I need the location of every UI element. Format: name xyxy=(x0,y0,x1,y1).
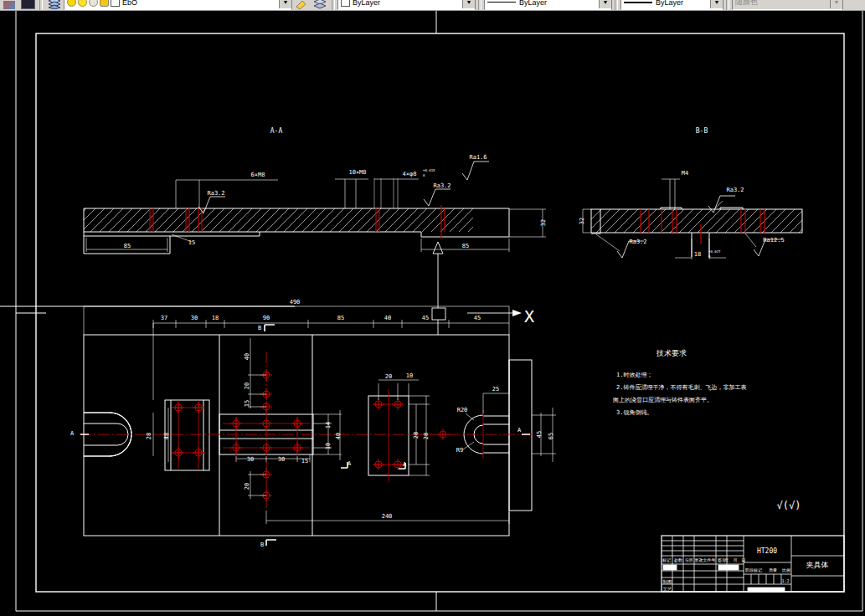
layer-properties-manager-icon[interactable] xyxy=(46,0,63,10)
titleblock-label: 更改文件号 xyxy=(695,557,716,562)
dimension-label: 18 xyxy=(212,315,219,321)
dimension-label: 85 xyxy=(462,243,469,249)
dimension-label: 20 xyxy=(244,483,250,490)
section-mark-a: A xyxy=(348,460,352,467)
tech-requirements-title: 技术要求 xyxy=(656,349,687,357)
dimension-label: 15 xyxy=(188,239,195,246)
layer-combo-arrow[interactable]: ▼ xyxy=(279,0,291,8)
dimension-label: 30 xyxy=(191,315,198,321)
plotstyle-value: 随颜色 xyxy=(735,0,758,8)
dimension-label: 65 xyxy=(548,433,554,439)
hole-cross xyxy=(230,418,242,429)
scale-value: 1:2 xyxy=(781,578,789,583)
layer-previous-icon[interactable] xyxy=(312,0,328,10)
dimension-label: 90 xyxy=(263,315,270,321)
datum-symbol xyxy=(433,242,443,335)
dimension-label: 37 xyxy=(161,315,167,321)
model-space-canvas[interactable]: A-A6×M8Ra3.2851510×M84×φ8+0.0150Ra1.6Ra3… xyxy=(0,11,865,616)
dimension-label: 20 xyxy=(244,382,250,389)
dimension-label: 32 xyxy=(579,218,585,224)
view-label-bb: B-B xyxy=(696,127,708,135)
color-combo-arrow[interactable]: ▼ xyxy=(462,0,475,8)
toolbar-icon-glyph xyxy=(3,1,15,9)
dimension-label: 14 xyxy=(325,422,332,429)
named-views-icon[interactable] xyxy=(19,0,36,10)
titleblock-label: 分区 xyxy=(685,557,693,562)
layers-icon xyxy=(48,0,61,9)
section-mark-a: A xyxy=(403,461,407,468)
make-objects-layer-current-icon[interactable] xyxy=(293,0,310,10)
lineweight-sample xyxy=(624,2,652,3)
linetype-sample xyxy=(487,2,516,3)
dimension-label: 28 xyxy=(413,432,420,439)
linetype-control-combo[interactable]: ByLayer ▼ xyxy=(484,0,612,10)
dimension-label: 10×M8 xyxy=(348,169,366,176)
lineweight-combo-arrow[interactable]: ▼ xyxy=(710,0,723,8)
hole-cross xyxy=(373,398,384,410)
layers-back-icon xyxy=(313,0,327,9)
toolbar-separator xyxy=(615,0,618,10)
titleblock-label: 制图 xyxy=(663,579,672,585)
layer-lock-icon xyxy=(89,0,98,7)
dimension-label: 490 xyxy=(290,299,301,305)
toolbar-separator xyxy=(332,0,335,10)
dimension-label: 6×M8 xyxy=(251,172,265,178)
print-preview-icon[interactable] xyxy=(1,0,18,10)
dimension-label: 15 xyxy=(301,458,308,465)
titleblock-label: 处数 xyxy=(674,557,682,563)
top-toolbar: EbO ▼ ByLayer ▼ ByLayer ▼ xyxy=(0,0,865,11)
dimension-label: 45 xyxy=(536,431,543,438)
sheet-border xyxy=(16,11,862,611)
section-mark-b: B xyxy=(260,542,264,548)
hole-cross xyxy=(437,429,449,440)
dimension-label: 28 xyxy=(146,433,152,439)
dimension-label: M4 xyxy=(682,170,688,177)
hole-cross xyxy=(260,442,272,454)
color-value: ByLayer xyxy=(353,0,380,7)
dimension-label: Ra3.2 xyxy=(207,190,224,197)
dimension-label: 18 xyxy=(694,251,701,258)
axis-label-x: X xyxy=(524,306,534,326)
layer-color-swatch xyxy=(111,0,120,7)
linetype-value: ByLayer xyxy=(519,0,547,7)
hole-cross xyxy=(193,447,204,459)
dimension-label: 25 xyxy=(492,386,499,393)
color-control-combo[interactable]: ByLayer ▼ xyxy=(337,0,476,10)
titleblock-label: 阶段标记 xyxy=(745,567,762,573)
view-label-aa: A-A xyxy=(270,127,283,135)
dimension-label: 40 xyxy=(244,353,250,360)
hole-cross xyxy=(373,459,384,470)
layer-name: EbO xyxy=(122,0,137,7)
titleblock-label: 工艺 xyxy=(663,587,673,592)
dimension-label: 28 xyxy=(423,433,430,439)
layer-control-combo[interactable]: EbO ▼ xyxy=(64,0,292,10)
current-color-swatch xyxy=(341,0,350,7)
section-mark-b: B xyxy=(258,325,261,331)
hole-cross xyxy=(193,402,204,413)
dimension-label: +0.027 xyxy=(708,249,721,254)
cad-application-window: { "toolbar": { "layer_combo": {"value": … xyxy=(0,0,865,616)
annotation-text-layer: A-A6×M8Ra3.2851510×M84×φ8+0.0150Ra1.6Ra3… xyxy=(70,127,829,592)
hole-cross xyxy=(260,418,272,429)
linetype-combo-arrow[interactable]: ▼ xyxy=(599,0,611,8)
titleblock-label: 质量 xyxy=(769,567,777,572)
section-mark-a: A xyxy=(70,430,75,437)
dimension-label: 85 xyxy=(124,243,131,249)
tech-requirements-line: 1.时效处理； xyxy=(616,372,652,378)
dimension-label: 32 xyxy=(540,219,547,226)
layer-on-bulb-icon xyxy=(67,0,76,7)
dimension-label: 48 xyxy=(163,433,170,439)
dimension-label: 30 xyxy=(278,456,285,463)
toolbar-separator xyxy=(726,0,729,10)
hole-cross xyxy=(291,418,303,429)
dimension-label: 4×φ8 xyxy=(403,171,417,177)
lineweight-control-combo[interactable]: ByLayer ▼ xyxy=(620,0,723,10)
hole-cross xyxy=(172,402,184,413)
dimension-label: 10 xyxy=(406,372,413,379)
dimension-label: 30 xyxy=(247,456,254,463)
surface-roughness-note: √(√) xyxy=(777,500,801,511)
section-view-b-b xyxy=(583,179,802,259)
dimension-label: 10 xyxy=(325,443,332,449)
dimension-label: 85 xyxy=(337,315,344,321)
tech-requirements-line: 面上的浇冒口应清理与铸件表面齐平。 xyxy=(612,396,713,403)
